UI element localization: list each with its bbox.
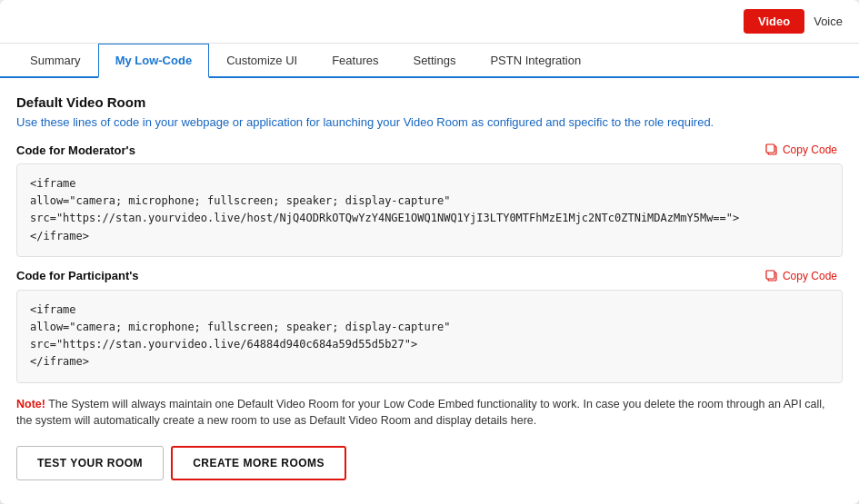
- tab-settings[interactable]: Settings: [395, 44, 473, 76]
- note-section: Note! The System will always maintain on…: [16, 396, 843, 430]
- participant-code-line-2: allow="camera; microphone; fullscreen; s…: [30, 319, 829, 336]
- copy-icon: [765, 270, 778, 282]
- moderator-code-section: Code for Moderator's Copy Code <iframe a…: [16, 142, 843, 257]
- moderator-code-block: <iframe allow="camera; microphone; fulls…: [16, 163, 843, 257]
- participant-code-section: Code for Participant's Copy Code <iframe…: [16, 268, 843, 383]
- tab-features[interactable]: Features: [315, 44, 395, 76]
- copy-icon: [765, 143, 778, 156]
- main-content: Default Video Room Use these lines of co…: [0, 78, 859, 495]
- svg-rect-1: [766, 144, 774, 153]
- participant-code-block: <iframe allow="camera; microphone; fulls…: [16, 290, 843, 383]
- create-rooms-button[interactable]: CREATE MORE ROOMS: [171, 446, 346, 480]
- top-bar: Video Voice: [0, 0, 859, 44]
- participant-code-header: Code for Participant's Copy Code: [16, 268, 843, 284]
- video-button[interactable]: Video: [744, 9, 804, 34]
- main-window: Video Voice Summary My Low-Code Customiz…: [0, 0, 859, 504]
- test-room-button[interactable]: TEST YOUR ROOM: [16, 446, 164, 480]
- moderator-code-line-4: </iframe>: [30, 228, 829, 245]
- voice-button[interactable]: Voice: [814, 15, 843, 28]
- moderator-code-line-3: src="https://stan.yourvideo.live/host/Nj…: [30, 210, 829, 227]
- moderator-copy-code-button[interactable]: Copy Code: [760, 142, 843, 158]
- tab-bar: Summary My Low-Code Customize UI Feature…: [0, 44, 859, 78]
- section-title: Default Video Room: [16, 94, 843, 110]
- participant-code-label: Code for Participant's: [16, 269, 139, 282]
- moderator-code-line-2: allow="camera; microphone; fullscreen; s…: [30, 193, 829, 210]
- participant-code-line-4: </iframe>: [30, 353, 829, 371]
- participant-copy-code-button[interactable]: Copy Code: [760, 268, 843, 284]
- tab-my-low-code[interactable]: My Low-Code: [98, 44, 210, 78]
- note-text: The System will always maintain one Defa…: [16, 398, 825, 428]
- svg-rect-3: [766, 271, 774, 279]
- bottom-buttons: TEST YOUR ROOM CREATE MORE ROOMS: [16, 446, 843, 480]
- tab-customize-ui[interactable]: Customize UI: [209, 44, 315, 76]
- participant-code-line-1: <iframe: [30, 301, 829, 319]
- moderator-code-label: Code for Moderator's: [16, 143, 135, 157]
- participant-code-line-3: src="https://stan.yourvideo.live/64884d9…: [30, 336, 829, 353]
- tab-pstn-integration[interactable]: PSTN Integration: [473, 44, 598, 76]
- tab-summary[interactable]: Summary: [13, 44, 98, 76]
- description-text: Use these lines of code in your webpage …: [16, 115, 843, 129]
- moderator-code-line-1: <iframe: [30, 175, 829, 193]
- note-label: Note!: [16, 398, 45, 410]
- moderator-code-header: Code for Moderator's Copy Code: [16, 142, 843, 158]
